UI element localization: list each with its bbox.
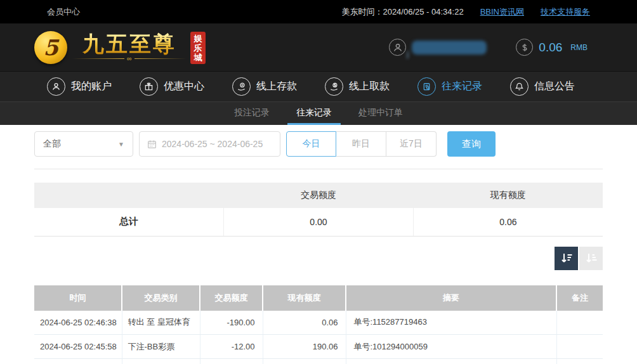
- date-range-value: 2024-06-25 ~ 2024-06-25: [162, 139, 263, 149]
- balance-amount: 0.06: [539, 41, 562, 55]
- tab-transaction-records[interactable]: 往来记录: [287, 102, 341, 125]
- us-eastern-time: 美东时间：2024/06/25 - 04:34:22: [341, 6, 463, 18]
- header-type: 交易类别: [122, 285, 200, 311]
- category-selected-value: 全部: [43, 138, 61, 150]
- cell-time: 2024-06-25 02:46:38: [34, 311, 122, 335]
- header-remark: 备注: [556, 285, 603, 311]
- cell-time: 2024-06-25 02:45:58: [34, 335, 122, 359]
- nav-promotions[interactable]: 优惠中心: [140, 77, 204, 96]
- logo-flourish: ∞: [72, 55, 187, 62]
- quick-date-button-group: 今日 昨日 近7日: [286, 131, 437, 157]
- dollar-icon: [516, 39, 533, 56]
- sort-descending-button[interactable]: [555, 247, 578, 270]
- divider: [34, 169, 603, 169]
- nav-online-withdraw[interactable]: 线上取款: [325, 77, 390, 96]
- header-summary: 摘要: [346, 285, 556, 311]
- cell-summary: 单号:115287719463: [346, 311, 556, 335]
- yesterday-button[interactable]: 昨日: [336, 131, 386, 157]
- summary-total-row: 总计 0.00 0.06: [34, 208, 603, 236]
- today-button[interactable]: 今日: [286, 131, 336, 157]
- sort-controls: [34, 247, 603, 270]
- records-icon: [417, 77, 436, 96]
- category-select[interactable]: 全部 ▼: [34, 131, 133, 157]
- records-header-row: 时间 交易类别 交易额度 现有额度 摘要 备注: [34, 285, 603, 311]
- sort-ascending-icon: [584, 251, 598, 265]
- logo-badge: 娱乐城: [190, 32, 206, 64]
- cell-type: 下注-BB彩票: [122, 335, 200, 359]
- cell-type: 转出 至 皇冠体育: [122, 311, 200, 335]
- nav-announcements[interactable]: 信息公告: [510, 77, 575, 96]
- site-header: 5 九五至尊 ∞ 娱乐城 j: [0, 23, 637, 71]
- cell-summary: 单号:101294000059: [346, 335, 556, 359]
- nav-transaction-records[interactable]: 往来记录: [417, 77, 482, 96]
- table-row-clipped: [34, 359, 603, 364]
- sort-descending-icon: [560, 251, 574, 265]
- cell-remark: [556, 335, 603, 359]
- username-blurred: j: [412, 41, 487, 55]
- total-current-amount: 0.06: [413, 208, 603, 236]
- summary-header-current-amount: 现有额度: [413, 183, 603, 208]
- bbin-info-link[interactable]: BBIN资讯网: [480, 6, 524, 18]
- header-balance: 现有额度: [263, 285, 346, 311]
- nav-online-deposit[interactable]: 线上存款: [232, 77, 297, 96]
- user-avatar-icon: [389, 39, 406, 56]
- balance-display[interactable]: 0.06 RMB: [516, 39, 588, 56]
- query-button[interactable]: 查询: [447, 131, 496, 157]
- withdraw-icon: [325, 77, 343, 96]
- header-amount: 交易额度: [200, 285, 263, 311]
- summary-header-empty: [34, 183, 224, 208]
- main-nav: 我的账户 优惠中心 线上存款 线上取款: [0, 71, 637, 101]
- nav-label: 信息公告: [534, 80, 575, 93]
- header-time: 时间: [34, 285, 122, 311]
- cell-balance: 0.06: [263, 311, 346, 335]
- nav-my-account[interactable]: 我的账户: [47, 77, 112, 96]
- nav-label: 优惠中心: [164, 80, 204, 93]
- summary-header-transaction-amount: 交易额度: [224, 183, 414, 208]
- nav-label: 我的账户: [71, 80, 112, 93]
- calendar-icon: [147, 140, 157, 149]
- logo-coin-icon: 5: [34, 31, 67, 64]
- site-logo[interactable]: 5 九五至尊 ∞ 娱乐城: [34, 30, 206, 64]
- tech-support-link[interactable]: 技术支持服务: [541, 6, 590, 18]
- deposit-icon: [232, 77, 251, 96]
- bell-icon: [510, 77, 529, 96]
- sort-ascending-button[interactable]: [579, 247, 603, 270]
- records-table: 时间 交易类别 交易额度 现有额度 摘要 备注 2024-06-25 02:46…: [34, 285, 603, 364]
- nav-label: 往来记录: [442, 80, 482, 93]
- chevron-down-icon: ▼: [118, 141, 124, 148]
- user-icon: [47, 77, 65, 96]
- total-transaction-amount: 0.00: [224, 208, 414, 236]
- cell-amount: -12.00: [200, 335, 263, 359]
- top-bar: 会员中心 美东时间：2024/06/25 - 04:34:22 BBIN资讯网 …: [0, 0, 637, 23]
- member-center-label: 会员中心: [47, 6, 80, 18]
- logo-title: 九五至尊: [82, 32, 176, 56]
- nav-label: 线上存款: [256, 80, 297, 93]
- date-range-input[interactable]: 2024-06-25 ~ 2024-06-25: [139, 131, 280, 157]
- table-row: 2024-06-25 02:46:38 转出 至 皇冠体育 -190.00 0.…: [34, 311, 603, 335]
- filter-row: 全部 ▼ 2024-06-25 ~ 2024-06-25 今日 昨日 近7日 查…: [34, 131, 603, 157]
- gift-icon: [140, 77, 158, 96]
- total-label: 总计: [34, 208, 224, 236]
- cell-remark: [556, 311, 603, 335]
- sub-nav: 投注记录 往来记录 处理中订单: [0, 101, 637, 125]
- balance-currency: RMB: [570, 43, 588, 52]
- cell-amount: -190.00: [200, 311, 263, 335]
- tab-betting-records[interactable]: 投注记录: [225, 102, 279, 125]
- tab-processing-orders[interactable]: 处理中订单: [350, 102, 412, 125]
- table-row: 2024-06-25 02:45:58 下注-BB彩票 -12.00 190.0…: [34, 335, 603, 359]
- summary-table: 交易额度 现有额度 总计 0.00 0.06: [34, 183, 603, 237]
- cell-balance: 190.06: [263, 335, 346, 359]
- user-account[interactable]: j: [389, 39, 487, 56]
- nav-label: 线上取款: [349, 80, 390, 93]
- last7days-button[interactable]: 近7日: [386, 131, 437, 157]
